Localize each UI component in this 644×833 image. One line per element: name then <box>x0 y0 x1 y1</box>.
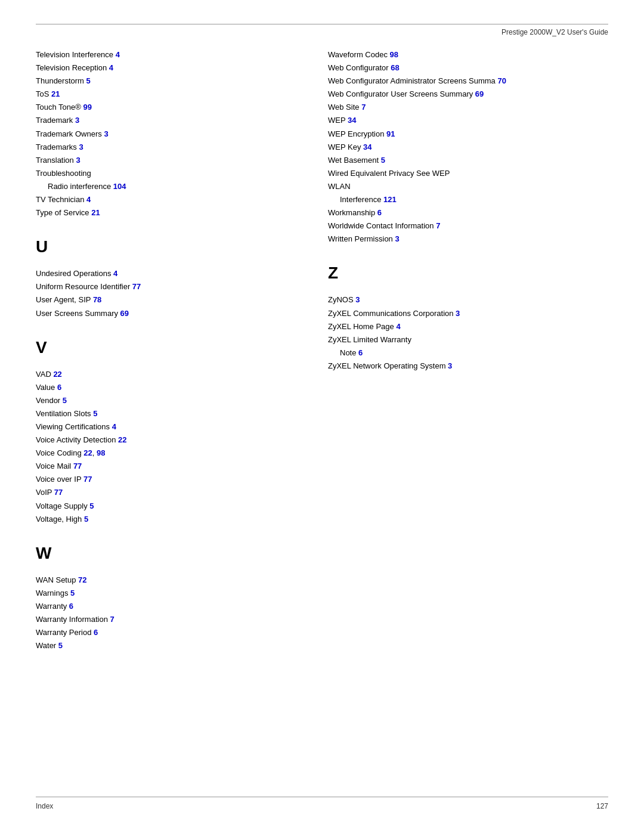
list-item: Workmanship 6 <box>328 206 608 219</box>
section-letter-u: U <box>36 237 298 256</box>
list-item: Thunderstorm 5 <box>36 75 298 88</box>
u-section: Undesired Operations 4 Uniform Resource … <box>36 267 298 320</box>
footer-right: 127 <box>596 802 608 810</box>
list-item: Voltage Supply 5 <box>36 500 298 513</box>
section-letter-w: W <box>36 544 298 563</box>
footer-left: Index <box>36 802 53 810</box>
list-item: User Agent, SIP 78 <box>36 293 298 306</box>
list-item: Web Configurator 68 <box>328 61 608 75</box>
list-item: Web Configurator User Screens Summary 69 <box>328 88 608 101</box>
list-item: Trademark Owners 3 <box>36 128 298 141</box>
list-item: Wet Basement 5 <box>328 154 608 167</box>
list-item: Viewing Certifications 4 <box>36 420 298 433</box>
list-item: Warranty 6 <box>36 600 298 613</box>
section-letter-z: Z <box>328 264 608 283</box>
list-item: Warranty Period 6 <box>36 626 298 639</box>
list-item: Voice Mail 77 <box>36 460 298 473</box>
list-item: Note 6 <box>328 346 608 360</box>
list-item: ToS 21 <box>36 88 298 101</box>
list-item: Water 5 <box>36 639 298 652</box>
t-section: Television Interference 4 Television Rec… <box>36 48 298 219</box>
list-item: Web Site 7 <box>328 101 608 114</box>
list-item: WEP Key 34 <box>328 141 608 154</box>
list-item: Interference 121 <box>328 193 608 206</box>
footer-rule <box>36 797 608 797</box>
list-item: Written Permission 3 <box>328 233 608 246</box>
left-column: Television Interference 4 Television Rec… <box>36 48 322 652</box>
list-item: Worldwide Contact Information 7 <box>328 219 608 233</box>
list-item: VoIP 77 <box>36 486 298 499</box>
list-item: VAD 22 <box>36 368 298 381</box>
list-item: Trademarks 3 <box>36 141 298 154</box>
list-item: Television Reception 4 <box>36 61 298 75</box>
list-item: Voice Coding 22, 98 <box>36 447 298 460</box>
list-item: WAN Setup 72 <box>36 574 298 587</box>
list-item: TV Technician 4 <box>36 193 298 206</box>
list-item: WLAN <box>328 180 608 193</box>
list-item: Type of Service 21 <box>36 206 298 219</box>
v-section: VAD 22 Value 6 Vendor 5 Ventilation Slot… <box>36 368 298 526</box>
right-column: Waveform Codec 98 Web Configurator 68 We… <box>322 48 608 652</box>
list-item: Television Interference 4 <box>36 48 298 61</box>
list-item: Radio interference 104 <box>36 180 298 193</box>
list-item: ZyNOS 3 <box>328 293 608 306</box>
list-item: Vendor 5 <box>36 394 298 407</box>
z-section: ZyNOS 3 ZyXEL Communications Corporation… <box>328 293 608 373</box>
list-item: Troubleshooting <box>36 167 298 180</box>
list-item: Touch Tone® 99 <box>36 101 298 114</box>
page-container: Prestige 2000W_V2 User's Guide Televisio… <box>0 0 644 833</box>
header-title: Prestige 2000W_V2 User's Guide <box>501 28 608 36</box>
list-item: Wired Equivalent Privacy See WEP <box>328 167 608 180</box>
list-item: Value 6 <box>36 381 298 394</box>
list-item: WEP 34 <box>328 114 608 127</box>
list-item: Waveform Codec 98 <box>328 48 608 61</box>
list-item: Undesired Operations 4 <box>36 267 298 280</box>
list-item: Voice over IP 77 <box>36 473 298 486</box>
list-item: ZyXEL Limited Warranty <box>328 333 608 346</box>
list-item: Trademark 3 <box>36 114 298 127</box>
list-item: ZyXEL Home Page 4 <box>328 320 608 333</box>
list-item: User Screens Summary 69 <box>36 307 298 320</box>
header-rule <box>36 24 608 24</box>
list-item: WEP Encryption 91 <box>328 128 608 141</box>
list-item: Translation 3 <box>36 154 298 167</box>
section-letter-v: V <box>36 338 298 357</box>
list-item: Uniform Resource Identifier 77 <box>36 280 298 293</box>
content-area: Television Interference 4 Television Rec… <box>36 48 608 652</box>
w-continued-section: Waveform Codec 98 Web Configurator 68 We… <box>328 48 608 246</box>
w-section: WAN Setup 72 Warnings 5 Warranty 6 Warra… <box>36 574 298 653</box>
footer-bar: Index 127 <box>36 802 608 810</box>
list-item: Voltage, High 5 <box>36 513 298 526</box>
list-item: Warnings 5 <box>36 587 298 600</box>
list-item: Warranty Information 7 <box>36 613 298 626</box>
list-item: ZyXEL Network Operating System 3 <box>328 360 608 373</box>
list-item: Voice Activity Detection 22 <box>36 433 298 447</box>
list-item: ZyXEL Communications Corporation 3 <box>328 307 608 320</box>
list-item: Web Configurator Administrator Screens S… <box>328 75 608 88</box>
header-bar: Prestige 2000W_V2 User's Guide <box>36 28 608 36</box>
list-item: Ventilation Slots 5 <box>36 407 298 420</box>
